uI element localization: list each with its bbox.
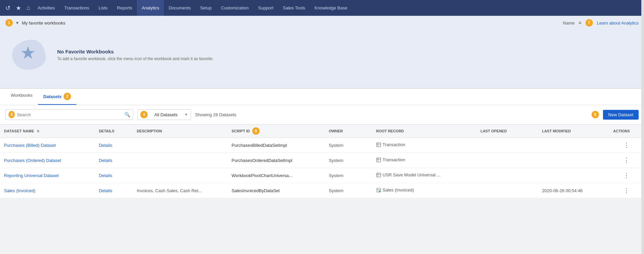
fav-header: 1 ▼ My favorite workbooks Name ≡ 7 Learn…	[5, 19, 639, 27]
col-header-root-record: ROOT RECORD	[372, 125, 477, 138]
home-icon-btn[interactable]: ⌂	[24, 0, 33, 16]
root-record-cell: Transaction	[376, 157, 405, 162]
fav-header-right: Name ≡ 7 Learn about Analytics	[563, 19, 639, 27]
fav-star-illustration: ★	[20, 43, 36, 63]
data-table-container: DATASET NAME ⇅ DETAILS DESCRIPTION SCRIP…	[0, 124, 644, 198]
nav-item-activities[interactable]: Activities	[33, 0, 60, 16]
chevron-down-icon: ▼	[15, 21, 19, 25]
chevron-down-icon: ▼	[184, 113, 188, 117]
details-link[interactable]: Details	[99, 143, 112, 148]
learn-about-analytics-link[interactable]: Learn about Analytics	[597, 20, 639, 26]
details-link[interactable]: Details	[99, 158, 112, 163]
nav-item-setup[interactable]: Setup	[195, 0, 216, 16]
table-row: Purchases (Ordered) Dataset Details Purc…	[0, 153, 644, 168]
showing-count: Showing 28 Datasets	[195, 112, 588, 117]
step-badge-4: 4	[140, 111, 148, 118]
step-badge-5: 5	[592, 111, 599, 118]
nav-item-knowledge-base[interactable]: Knowledge Base	[310, 0, 352, 16]
table-row: Sales (Invoiced) Details Invoices, Cash …	[0, 183, 644, 198]
datasets-table: DATASET NAME ⇅ DETAILS DESCRIPTION SCRIP…	[0, 124, 644, 198]
search-input[interactable]	[17, 112, 124, 117]
step-badge-7: 7	[585, 19, 593, 27]
row-actions-button[interactable]: ⋮	[622, 171, 631, 180]
step-badge-2: 2	[64, 93, 71, 100]
details-link[interactable]: Details	[99, 188, 112, 193]
history-icon-btn[interactable]: ↺	[3, 0, 13, 16]
sort-lines-icon: ≡	[579, 20, 581, 26]
nav-item-customization[interactable]: Customization	[216, 0, 253, 16]
dataset-name-link[interactable]: Reporting Universal Dataset	[4, 173, 59, 178]
root-record-cell: Transaction	[376, 142, 405, 147]
row-actions-button[interactable]: ⋮	[622, 156, 631, 165]
fav-empty-text: No Favorite Workbooks To add a favorite …	[57, 49, 214, 61]
col-header-description: DESCRIPTION	[133, 125, 228, 138]
nav-item-support[interactable]: Support	[254, 0, 278, 16]
tabs-bar: Workbooks Datasets 2	[0, 89, 644, 105]
toolbar: 3 🔍 4 All Datasets ▼ Showing 28 Datasets…	[0, 105, 644, 124]
nav-item-reports[interactable]: Reports	[112, 0, 137, 16]
nav-item-sales-tools[interactable]: Sales Tools	[278, 0, 310, 16]
root-record-cell: Sales (Invoiced)	[376, 187, 414, 193]
fav-section-title: My favorite workbooks	[22, 20, 65, 26]
fav-empty-heading: No Favorite Workbooks	[57, 49, 214, 54]
root-record-cell: USR Save Model Universal ...	[376, 172, 441, 177]
filter-value: All Datasets	[154, 112, 178, 117]
table-row: Reporting Universal Dataset Details Work…	[0, 168, 644, 183]
dataset-name-link[interactable]: Purchases (Ordered) Dataset	[4, 158, 61, 163]
svg-rect-0	[377, 143, 381, 147]
col-header-last-modified: LAST MODIFIED	[538, 125, 609, 138]
details-link[interactable]: Details	[99, 173, 112, 178]
fav-title-left[interactable]: 1 ▼ My favorite workbooks	[5, 19, 65, 27]
col-header-dataset-name: DATASET NAME ⇅	[0, 125, 95, 138]
col-header-last-opened: LAST OPENED	[477, 125, 538, 138]
col-header-owner: OWNER	[325, 125, 372, 138]
svg-rect-6	[377, 173, 381, 177]
star-icon-btn[interactable]: ★	[13, 0, 24, 16]
col-header-details: DETAILS	[95, 125, 133, 138]
step-badge-1: 1	[5, 19, 13, 27]
sort-label: Name	[563, 20, 575, 26]
sort-icon: ⇅	[37, 129, 39, 133]
step-badge-3: 3	[8, 111, 15, 118]
table-row: Purchases (Billed) Dataset Details Purch…	[0, 138, 644, 153]
fav-illustration: ★	[12, 38, 49, 72]
col-header-script-id: SCRIPT ID 6	[228, 125, 325, 138]
dataset-name-link[interactable]: Sales (Invoiced)	[4, 188, 35, 193]
row-actions-button[interactable]: ⋮	[622, 186, 631, 195]
nav-item-transactions[interactable]: Transactions	[60, 0, 94, 16]
fav-empty-desc: To add a favorite workbook, click the me…	[57, 56, 214, 61]
new-dataset-button[interactable]: New Dataset	[603, 110, 639, 120]
step-badge-6: 6	[252, 127, 260, 135]
col-header-actions: ACTIONS	[609, 125, 644, 138]
svg-point-12	[379, 190, 380, 192]
fav-empty-state: ★ No Favorite Workbooks To add a favorit…	[5, 28, 639, 82]
search-container: 3 🔍	[5, 109, 133, 120]
tab-datasets[interactable]: Datasets 2	[38, 89, 76, 105]
svg-rect-3	[377, 158, 381, 162]
nav-item-analytics[interactable]: Analytics	[137, 0, 164, 16]
fav-section: 1 ▼ My favorite workbooks Name ≡ 7 Learn…	[0, 16, 644, 89]
filter-dropdown[interactable]: 4 All Datasets ▼	[137, 109, 191, 120]
tab-workbooks[interactable]: Workbooks	[5, 89, 38, 105]
dataset-name-link[interactable]: Purchases (Billed) Dataset	[4, 143, 56, 148]
nav-item-documents[interactable]: Documents	[164, 0, 195, 16]
search-icon: 🔍	[124, 112, 130, 117]
nav-item-lists[interactable]: Lists	[94, 0, 112, 16]
vertical-scrollbar[interactable]	[641, 0, 644, 198]
tab-datasets-label: Datasets	[43, 94, 62, 99]
top-nav: ↺ ★ ⌂ Activities Transactions Lists Repo…	[0, 0, 644, 16]
row-actions-button[interactable]: ⋮	[622, 141, 631, 150]
